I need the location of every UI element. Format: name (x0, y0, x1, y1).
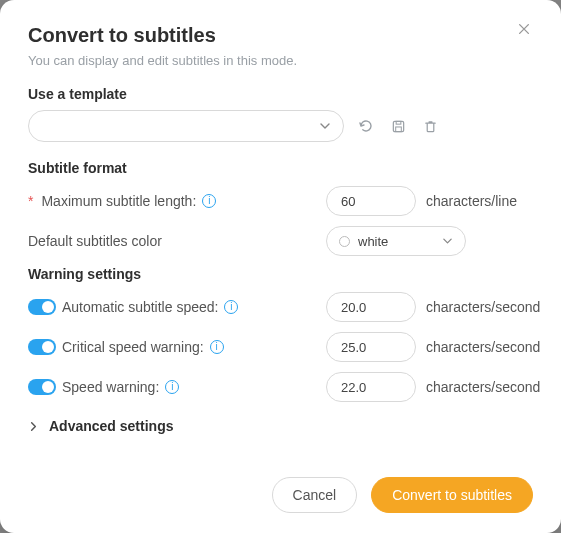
max-length-label-cell: * Maximum subtitle length: i (28, 193, 316, 209)
svg-rect-1 (396, 121, 401, 124)
modal-footer: Cancel Convert to subtitles (272, 477, 533, 513)
save-template-button[interactable] (388, 116, 408, 136)
critical-speed-label-cell: Critical speed warning: i (28, 339, 316, 355)
auto-speed-label: Automatic subtitle speed: (62, 299, 218, 315)
critical-speed-toggle[interactable] (28, 339, 56, 355)
color-label: Default subtitles color (28, 233, 316, 249)
convert-subtitles-modal: Convert to subtitles You can display and… (0, 0, 561, 533)
critical-speed-label: Critical speed warning: (62, 339, 204, 355)
modal-subtitle: You can display and edit subtitles in th… (28, 53, 533, 68)
modal-title: Convert to subtitles (28, 24, 533, 47)
required-asterisk: * (28, 193, 33, 209)
critical-speed-input[interactable] (326, 332, 416, 362)
color-row: Default subtitles color white (28, 224, 533, 258)
cancel-button-label: Cancel (293, 487, 337, 503)
max-length-label: Maximum subtitle length: (41, 193, 196, 209)
chevron-down-icon (442, 236, 453, 247)
warning-settings-label: Warning settings (28, 266, 533, 282)
advanced-settings-toggle[interactable]: Advanced settings (28, 418, 533, 434)
speed-warning-unit: characters/second (426, 379, 540, 395)
advanced-settings-label: Advanced settings (49, 418, 173, 434)
cancel-button[interactable]: Cancel (272, 477, 358, 513)
max-length-input[interactable] (326, 186, 416, 216)
info-icon[interactable]: i (165, 380, 179, 394)
max-length-unit: characters/line (426, 193, 533, 209)
use-template-label: Use a template (28, 86, 533, 102)
info-icon[interactable]: i (224, 300, 238, 314)
close-icon (517, 22, 531, 36)
save-icon (391, 119, 406, 134)
refresh-template-button[interactable] (356, 116, 376, 136)
color-swatch-icon (339, 236, 350, 247)
convert-button-label: Convert to subtitles (392, 487, 512, 503)
speed-warning-label-cell: Speed warning: i (28, 379, 316, 395)
close-button[interactable] (517, 22, 537, 42)
color-select[interactable]: white (326, 226, 466, 256)
chevron-down-icon (319, 120, 331, 132)
info-icon[interactable]: i (202, 194, 216, 208)
chevron-right-icon (28, 421, 39, 432)
auto-speed-unit: characters/second (426, 299, 540, 315)
max-length-row: * Maximum subtitle length: i characters/… (28, 184, 533, 218)
critical-speed-unit: characters/second (426, 339, 540, 355)
trash-icon (423, 119, 438, 134)
refresh-icon (358, 118, 374, 134)
speed-warning-row: Speed warning: i characters/second (28, 370, 533, 404)
delete-template-button[interactable] (420, 116, 440, 136)
speed-warning-input[interactable] (326, 372, 416, 402)
auto-speed-row: Automatic subtitle speed: i characters/s… (28, 290, 533, 324)
convert-button[interactable]: Convert to subtitles (371, 477, 533, 513)
color-value: white (358, 234, 388, 249)
template-row (28, 110, 533, 142)
info-icon[interactable]: i (210, 340, 224, 354)
speed-warning-toggle[interactable] (28, 379, 56, 395)
auto-speed-toggle[interactable] (28, 299, 56, 315)
auto-speed-input[interactable] (326, 292, 416, 322)
template-select[interactable] (28, 110, 344, 142)
svg-rect-2 (395, 126, 401, 131)
speed-warning-label: Speed warning: (62, 379, 159, 395)
critical-speed-row: Critical speed warning: i characters/sec… (28, 330, 533, 364)
auto-speed-label-cell: Automatic subtitle speed: i (28, 299, 316, 315)
subtitle-format-label: Subtitle format (28, 160, 533, 176)
